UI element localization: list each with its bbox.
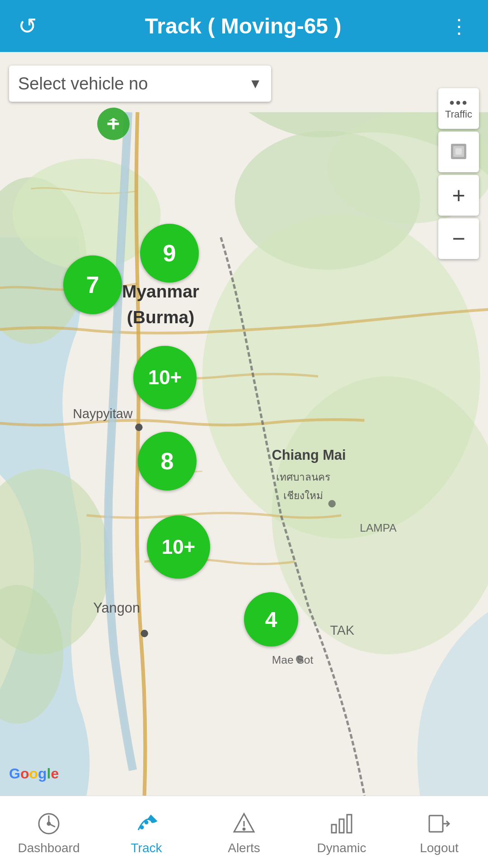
zoom-out-icon: −: [452, 226, 465, 252]
logout-icon: [425, 809, 454, 838]
vehicle-select-label: Select vehicle no: [18, 74, 249, 94]
dynamic-icon: [327, 809, 356, 838]
more-options-icon[interactable]: ⋮: [449, 14, 470, 38]
svg-text:เทศบาลนคร: เทศบาลนคร: [276, 472, 330, 483]
nav-item-track[interactable]: Track: [98, 809, 195, 855]
cluster-marker-10a[interactable]: 10+: [133, 346, 197, 409]
svg-text:Myanmar: Myanmar: [122, 282, 199, 301]
svg-point-36: [243, 828, 245, 830]
nav-track-label: Track: [131, 841, 162, 855]
svg-text:(Burma): (Burma): [127, 307, 194, 327]
nav-item-dynamic[interactable]: Dynamic: [293, 809, 390, 855]
svg-point-34: [151, 820, 154, 822]
vehicle-select-dropdown[interactable]: Select vehicle no ▼: [9, 66, 271, 102]
map-container[interactable]: Myanmar (Burma) Naypyitaw Yangon Chiang …: [0, 52, 488, 796]
nav-item-alerts[interactable]: Alerts: [195, 809, 293, 855]
map-layer-button[interactable]: [438, 132, 479, 172]
svg-text:TAK: TAK: [330, 623, 354, 637]
cluster-marker-9[interactable]: 9: [140, 224, 199, 283]
svg-rect-38: [339, 819, 344, 833]
svg-point-9: [135, 424, 142, 431]
svg-point-30: [47, 822, 50, 825]
nav-dynamic-label: Dynamic: [317, 841, 366, 855]
map-controls: ●●● Traffic + −: [438, 88, 479, 259]
svg-point-11: [328, 500, 336, 507]
svg-rect-40: [429, 816, 443, 832]
svg-text:Mae Sot: Mae Sot: [272, 654, 314, 666]
nav-item-dashboard[interactable]: Dashboard: [0, 809, 98, 855]
svg-text:Naypyitaw: Naypyitaw: [73, 406, 133, 421]
cluster-marker-10b[interactable]: 10+: [147, 515, 210, 579]
nav-dashboard-label: Dashboard: [18, 841, 80, 855]
svg-point-32: [141, 826, 143, 829]
svg-text:Yangon: Yangon: [93, 600, 140, 616]
app-header: ↺ Track ( Moving-65 ) ⋮: [0, 0, 488, 52]
svg-rect-39: [347, 815, 352, 833]
svg-point-10: [141, 630, 148, 637]
zoom-in-button[interactable]: +: [438, 175, 479, 216]
track-icon: [132, 809, 161, 838]
svg-rect-26: [455, 148, 462, 155]
bottom-navigation: Dashboard Track Alerts: [0, 796, 488, 868]
cluster-marker-8[interactable]: 8: [138, 432, 197, 491]
alerts-icon: [230, 809, 258, 838]
svg-point-33: [145, 821, 148, 824]
nav-alerts-label: Alerts: [228, 841, 260, 855]
nav-item-logout[interactable]: Logout: [390, 809, 488, 855]
dashboard-icon: [34, 809, 63, 838]
svg-text:เชียงใหม่: เชียงใหม่: [283, 490, 323, 501]
zoom-in-icon: +: [452, 182, 465, 208]
refresh-icon[interactable]: ↺: [18, 13, 37, 39]
dropdown-arrow-icon: ▼: [249, 76, 262, 91]
traffic-label: Traffic: [445, 108, 472, 120]
svg-rect-37: [332, 825, 336, 833]
google-logo: Google: [9, 765, 59, 782]
cluster-marker-4[interactable]: 4: [244, 592, 298, 646]
svg-text:Chiang Mai: Chiang Mai: [272, 447, 346, 463]
page-title: Track ( Moving-65 ): [37, 14, 449, 38]
map-layer-icon: [447, 140, 470, 164]
svg-text:LAMPA: LAMPA: [360, 522, 397, 534]
cluster-marker-7[interactable]: 7: [63, 255, 122, 314]
zoom-out-button[interactable]: −: [438, 218, 479, 259]
nav-logout-label: Logout: [420, 841, 459, 855]
traffic-button[interactable]: ●●● Traffic: [438, 88, 479, 129]
traffic-dots-icon: ●●●: [449, 97, 468, 108]
